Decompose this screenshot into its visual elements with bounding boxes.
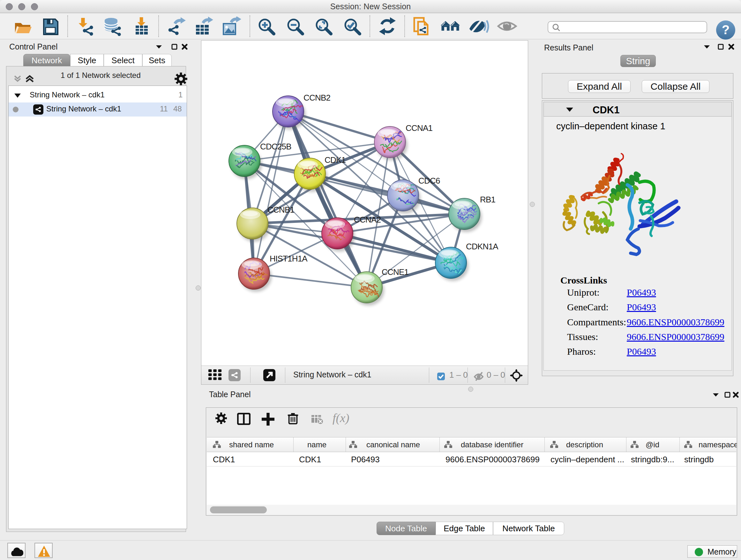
svg-text:CDC25B: CDC25B [260, 142, 291, 151]
svg-text:CDK1: CDK1 [325, 155, 346, 165]
svg-text:CCNB1: CCNB1 [267, 205, 294, 214]
svg-text:CCNA1: CCNA1 [406, 123, 432, 133]
svg-text:CCNB2: CCNB2 [304, 93, 330, 103]
svg-text:CDC6: CDC6 [418, 176, 440, 186]
svg-text:CCNA2: CCNA2 [354, 215, 381, 225]
svg-text:CDKN1A: CDKN1A [466, 242, 498, 251]
svg-text:CCNE1: CCNE1 [382, 267, 408, 277]
svg-text:HIST1H1A: HIST1H1A [270, 254, 308, 263]
svg-text:RB1: RB1 [480, 195, 495, 204]
